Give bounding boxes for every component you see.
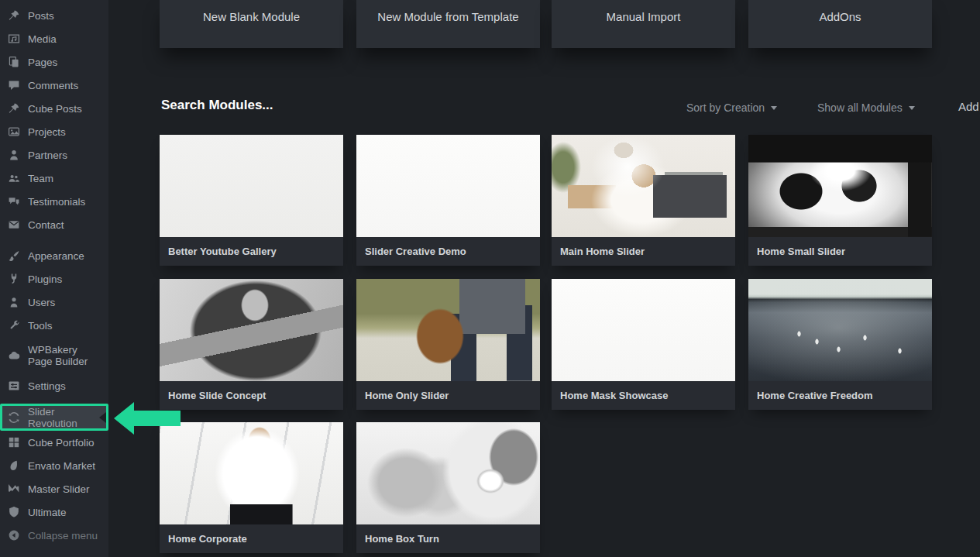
sidebar-item-projects[interactable]: Projects xyxy=(0,120,108,143)
media-icon xyxy=(7,33,21,45)
sidebar-item-posts[interactable]: Posts xyxy=(0,4,108,27)
slider-revolution-overview: New Blank Module New Module from Templat… xyxy=(108,0,980,557)
module-thumbnail[interactable] xyxy=(552,135,735,237)
sidebar-item-comments[interactable]: Comments xyxy=(0,74,108,97)
module-thumbnail[interactable] xyxy=(356,135,540,237)
module-thumbnail[interactable] xyxy=(552,279,735,381)
sidebar-item-label: Partners xyxy=(28,150,67,161)
module-card[interactable]: Home Creative Freedom xyxy=(748,279,932,410)
user-icon xyxy=(7,296,21,308)
sidebar-item-label: Cube Posts xyxy=(28,103,82,115)
chat-icon xyxy=(7,195,21,208)
pages-icon xyxy=(7,56,21,68)
sidebar-item-settings[interactable]: Settings xyxy=(0,374,108,397)
action-card-label: New Module from Template xyxy=(377,10,518,23)
new-blank-module-button[interactable]: New Blank Module xyxy=(160,0,343,48)
plug-icon xyxy=(7,273,21,285)
master-slider-icon xyxy=(7,483,21,495)
shield-icon xyxy=(7,506,21,518)
add-button[interactable]: Add xyxy=(958,100,979,113)
sidebar-item-label: Projects xyxy=(28,126,66,138)
sidebar-item-envato-market[interactable]: Envato Market xyxy=(0,454,108,477)
sidebar-item-testimonials[interactable]: Testimonials xyxy=(0,190,108,213)
sidebar-item-users[interactable]: Users xyxy=(0,291,108,314)
sidebar-item-label: Posts xyxy=(28,10,54,22)
module-card[interactable]: Home Box Turn xyxy=(356,422,540,553)
show-modules-label: Show all Modules xyxy=(817,101,903,114)
new-module-from-template-button[interactable]: New Module from Template xyxy=(356,0,540,48)
comment-icon xyxy=(7,79,21,91)
module-card[interactable]: Better Youtube Gallery xyxy=(160,135,343,266)
module-thumbnail[interactable] xyxy=(160,422,343,524)
sidebar-item-wpbakery-page-builder[interactable]: WPBakery Page Builder xyxy=(0,337,108,374)
module-card[interactable]: Home Slide Concept xyxy=(160,279,343,410)
grid-icon xyxy=(7,436,21,449)
sidebar-item-plugins[interactable]: Plugins xyxy=(0,267,108,291)
manual-import-button[interactable]: Manual Import xyxy=(552,0,735,48)
sidebar-item-label: Cube Portfolio xyxy=(28,437,95,449)
module-card[interactable]: Home Small Slider xyxy=(748,135,932,266)
sidebar-item-contact[interactable]: Contact xyxy=(0,213,108,236)
brush-icon xyxy=(7,249,21,262)
chevron-down-icon xyxy=(771,106,777,110)
sort-by-label: Sort by Creation xyxy=(686,101,765,114)
module-card[interactable]: Main Home Slider xyxy=(552,135,735,266)
module-thumbnail[interactable] xyxy=(160,135,343,237)
sort-by-dropdown[interactable]: Sort by Creation xyxy=(686,101,777,114)
leaf-icon xyxy=(7,459,21,472)
sidebar-item-appearance[interactable]: Appearance xyxy=(0,244,108,267)
sidebar-item-media[interactable]: Media xyxy=(0,27,108,50)
image-icon xyxy=(7,125,21,138)
sidebar-item-label: Slider Revolution xyxy=(28,406,101,429)
module-title: Home Corporate xyxy=(160,524,343,553)
module-thumbnail[interactable] xyxy=(160,279,343,381)
module-card[interactable]: Home Mask Showcase xyxy=(552,279,735,410)
module-card[interactable]: Slider Creative Demo xyxy=(356,135,540,266)
sidebar-item-label: Contact xyxy=(28,219,64,231)
module-thumbnail[interactable] xyxy=(356,279,540,381)
module-thumbnail[interactable] xyxy=(748,135,932,237)
show-modules-dropdown[interactable]: Show all Modules xyxy=(817,101,915,114)
addons-button[interactable]: AddOns xyxy=(748,0,932,48)
sidebar-item-cube-posts[interactable]: Cube Posts xyxy=(0,97,108,120)
action-card-label: Manual Import xyxy=(607,10,681,23)
search-modules-input[interactable] xyxy=(160,97,395,114)
person-icon xyxy=(7,149,21,161)
sidebar-item-collapse-menu[interactable]: Collapse menu xyxy=(0,524,108,547)
sidebar-item-label: Tools xyxy=(28,320,53,332)
slider-revolution-icon xyxy=(7,411,21,424)
sidebar-item-master-slider[interactable]: Master Slider xyxy=(0,477,108,500)
sidebar-item-label: Collapse menu xyxy=(28,530,98,542)
sidebar-item-label: Users xyxy=(28,297,55,308)
sidebar-item-slider-revolution[interactable]: Slider Revolution xyxy=(0,404,108,431)
pin-icon xyxy=(7,9,21,22)
module-title: Better Youtube Gallery xyxy=(160,237,343,266)
sidebar-item-label: Appearance xyxy=(28,250,84,262)
module-card[interactable]: Home Corporate xyxy=(160,422,343,553)
sidebar-item-pages[interactable]: Pages xyxy=(0,50,108,74)
module-title: Main Home Slider xyxy=(552,237,735,266)
sidebar-item-label: Testimonials xyxy=(28,196,85,208)
module-title: Home Mask Showcase xyxy=(552,381,735,410)
cloud-icon xyxy=(7,349,21,362)
add-label: Add xyxy=(958,100,979,113)
sidebar-item-team[interactable]: Team xyxy=(0,167,108,190)
sidebar-item-cube-portfolio[interactable]: Cube Portfolio xyxy=(0,431,108,454)
module-title: Home Slide Concept xyxy=(160,381,343,410)
sidebar-item-label: Master Slider xyxy=(28,483,90,495)
sidebar-item-tools[interactable]: Tools xyxy=(0,314,108,337)
sidebar-item-label: WPBakery Page Builder xyxy=(28,344,104,367)
arrow-tail xyxy=(134,411,181,426)
sidebar-item-label: Comments xyxy=(28,80,78,91)
pin-icon xyxy=(7,102,21,115)
module-title: Home Creative Freedom xyxy=(748,381,932,410)
sidebar-item-partners[interactable]: Partners xyxy=(0,143,108,167)
module-card[interactable]: Home Only Slider xyxy=(356,279,540,410)
sidebar-item-ultimate[interactable]: Ultimate xyxy=(0,500,108,524)
sidebar-item-label: Envato Market xyxy=(28,460,95,472)
module-title: Home Box Turn xyxy=(356,524,540,553)
module-thumbnail[interactable] xyxy=(356,422,540,524)
sidebar-item-label: Team xyxy=(28,173,53,184)
module-thumbnail[interactable] xyxy=(748,279,932,381)
action-card-label: New Blank Module xyxy=(203,10,300,23)
